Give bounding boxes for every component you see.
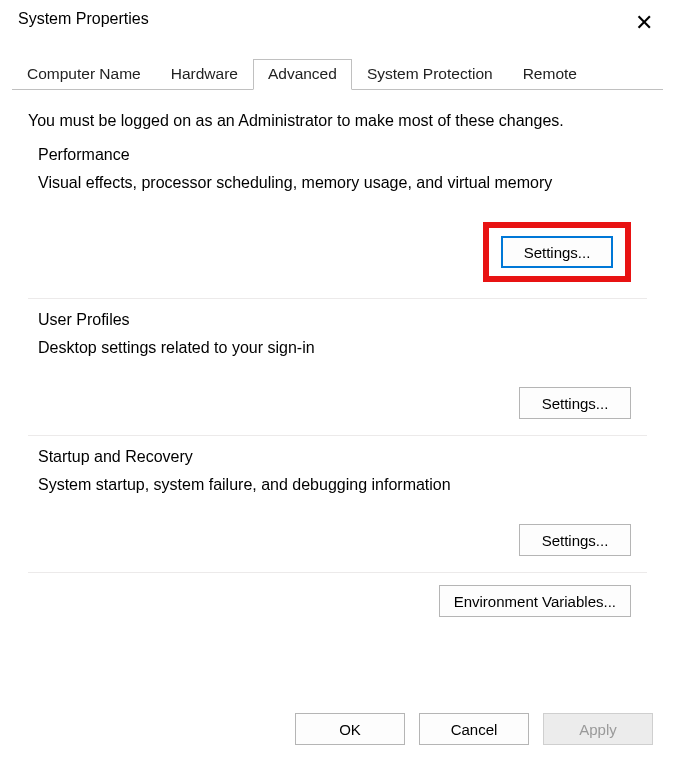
cancel-button[interactable]: Cancel [419, 713, 529, 745]
user-profiles-label: User Profiles [28, 311, 647, 329]
tab-hardware[interactable]: Hardware [156, 59, 253, 90]
performance-label: Performance [28, 146, 647, 164]
tab-bar: Computer Name Hardware Advanced System P… [12, 58, 663, 90]
intro-text: You must be logged on as an Administrato… [28, 112, 647, 130]
close-icon[interactable]: ✕ [627, 10, 661, 36]
apply-button[interactable]: Apply [543, 713, 653, 745]
window-title: System Properties [18, 10, 149, 28]
startup-settings-button[interactable]: Settings... [519, 524, 631, 556]
tab-system-protection[interactable]: System Protection [352, 59, 508, 90]
tab-remote[interactable]: Remote [508, 59, 592, 90]
environment-variables-button[interactable]: Environment Variables... [439, 585, 631, 617]
performance-highlight: Settings... [483, 222, 631, 282]
dialog-footer: OK Cancel Apply [0, 713, 675, 769]
tab-advanced[interactable]: Advanced [253, 59, 352, 90]
group-performance: Performance Visual effects, processor sc… [28, 146, 647, 299]
performance-desc: Visual effects, processor scheduling, me… [28, 174, 647, 192]
group-user-profiles: User Profiles Desktop settings related t… [28, 311, 647, 436]
user-profiles-desc: Desktop settings related to your sign-in [28, 339, 647, 357]
performance-settings-button[interactable]: Settings... [501, 236, 613, 268]
group-startup-recovery: Startup and Recovery System startup, sys… [28, 448, 647, 573]
tab-computer-name[interactable]: Computer Name [12, 59, 156, 90]
ok-button[interactable]: OK [295, 713, 405, 745]
startup-desc: System startup, system failure, and debu… [28, 476, 647, 494]
startup-label: Startup and Recovery [28, 448, 647, 466]
user-profiles-settings-button[interactable]: Settings... [519, 387, 631, 419]
